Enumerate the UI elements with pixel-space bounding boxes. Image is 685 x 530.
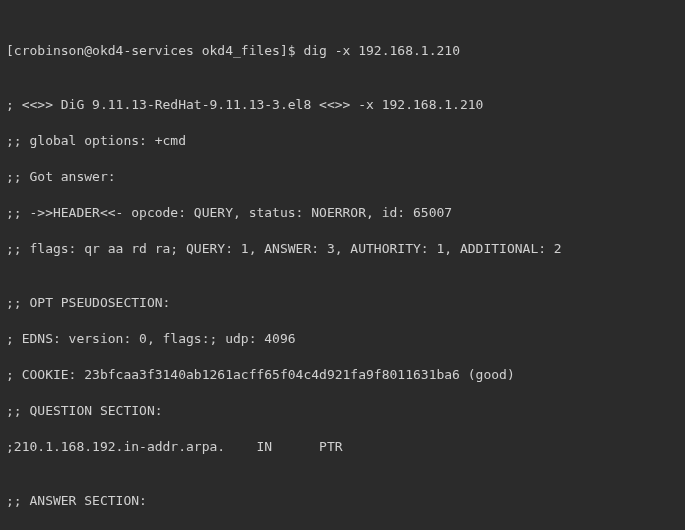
- typed-command: dig -x 192.168.1.210: [303, 43, 460, 58]
- question-section-header: ;; QUESTION SECTION:: [6, 402, 679, 420]
- answer-section-header: ;; ANSWER SECTION:: [6, 492, 679, 510]
- edns-line: ; EDNS: version: 0, flags:; udp: 4096: [6, 330, 679, 348]
- cookie-line: ; COOKIE: 23bfcaa3f3140ab1261acff65f04c4…: [6, 366, 679, 384]
- got-answer: ;; Got answer:: [6, 168, 679, 186]
- shell-prompt: [crobinson@okd4-services okd4_files]$: [6, 43, 303, 58]
- prompt-line[interactable]: [crobinson@okd4-services okd4_files]$ di…: [6, 42, 679, 60]
- flags-line: ;; flags: qr aa rd ra; QUERY: 1, ANSWER:…: [6, 240, 679, 258]
- header-line: ;; ->>HEADER<<- opcode: QUERY, status: N…: [6, 204, 679, 222]
- global-options: ;; global options: +cmd: [6, 132, 679, 150]
- question-record: ;210.1.168.192.in-addr.arpa. IN PTR: [6, 438, 679, 456]
- opt-section-header: ;; OPT PSEUDOSECTION:: [6, 294, 679, 312]
- dig-banner: ; <<>> DiG 9.11.13-RedHat-9.11.13-3.el8 …: [6, 96, 679, 114]
